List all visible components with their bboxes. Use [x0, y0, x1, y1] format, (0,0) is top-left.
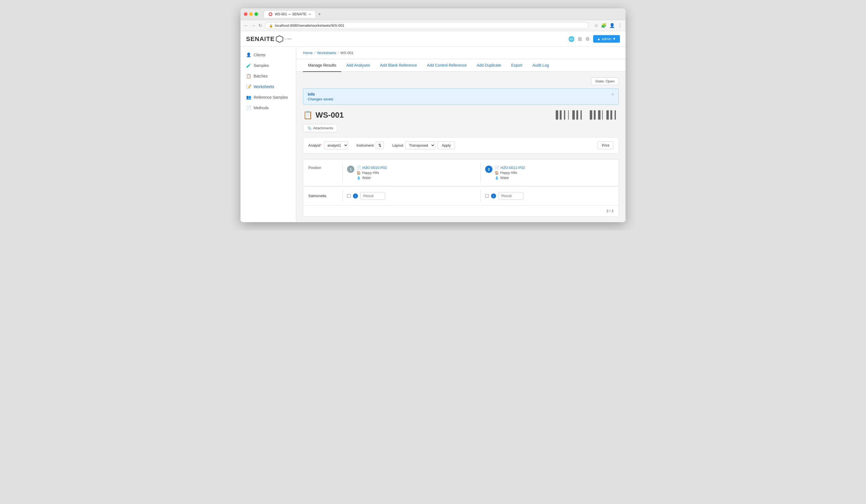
- sidebar-label-worksheets: Worksheets: [254, 84, 274, 89]
- form-row: Analyst* analyst1 Instrument ⇅ Layout Tr: [303, 137, 619, 153]
- sample-doc-icon-2: 📄: [495, 165, 499, 170]
- instrument-select[interactable]: ⇅: [376, 141, 384, 149]
- browser-titlebar: ⭕ WS-001 — SENAITE ✕ +: [241, 8, 625, 20]
- barcode1-icon[interactable]: ▌▍▎▏▌▍▎: [556, 111, 585, 119]
- star-icon[interactable]: ☆: [594, 23, 598, 28]
- reference-samples-icon: 👥: [246, 95, 251, 100]
- tab-favicon: ⭕: [268, 12, 273, 16]
- result-cell-2: i: [480, 190, 619, 202]
- info-icon-2[interactable]: i: [491, 193, 496, 198]
- attachments-button[interactable]: 📎 Attachments: [303, 124, 337, 132]
- sample-id-1: H2O-0010-P02: [363, 165, 387, 170]
- tab-manage-results[interactable]: Manage Results: [303, 59, 341, 72]
- info-icon-1[interactable]: i: [353, 193, 358, 198]
- sample-link-1[interactable]: 📄 H2O-0010-P02: [357, 165, 387, 170]
- result-input-1[interactable]: [360, 192, 385, 199]
- apply-button[interactable]: Apply: [437, 141, 455, 149]
- client-icon-1: 🏠: [357, 171, 361, 175]
- close-button[interactable]: [244, 12, 247, 16]
- admin-button[interactable]: ▲ admin ▼: [593, 35, 620, 43]
- tab-add-duplicate[interactable]: Add Duplicate: [472, 59, 506, 72]
- address-box[interactable]: 🔒 localhost:8080/senaite/worksheets/WS-0…: [265, 22, 589, 29]
- pin-icon: 📎: [307, 126, 312, 130]
- breadcrumb-worksheets[interactable]: Worksheets: [317, 51, 336, 55]
- app-layout: 👤 Clients 🧪 Samples 📋 Batches 📝 Workshee…: [241, 47, 625, 222]
- profile-icon[interactable]: 👤: [609, 23, 615, 28]
- sidebar-label-methods: Methods: [254, 106, 269, 110]
- tab-navigation: Manage Results Add Analyses Add Blank Re…: [296, 59, 625, 72]
- instrument-group: Instrument ⇅: [357, 141, 384, 149]
- tab-title: WS-001 — SENAITE: [275, 12, 306, 16]
- forward-button[interactable]: →: [251, 23, 256, 28]
- tab-export[interactable]: Export: [506, 59, 527, 72]
- grid-icon[interactable]: ⊞: [578, 36, 582, 42]
- sidebar-item-methods[interactable]: 📄 Methods: [241, 103, 296, 113]
- tab-add-blank-reference[interactable]: Add Blank Reference: [375, 59, 422, 72]
- print-button[interactable]: Print: [598, 141, 613, 149]
- state-badge: State: Open: [591, 78, 619, 85]
- samples-icon: 🧪: [246, 63, 251, 68]
- minimize-button[interactable]: [249, 12, 253, 16]
- menu-icon[interactable]: ⋮: [618, 23, 622, 28]
- tab-add-analyses[interactable]: Add Analyses: [341, 59, 375, 72]
- tab-bar: ⭕ WS-001 — SENAITE ✕ +: [264, 10, 622, 18]
- position-num-2: 2: [485, 165, 492, 173]
- logo-text: SENAITE: [246, 35, 275, 43]
- sidebar-item-worksheets[interactable]: 📝 Worksheets: [241, 81, 296, 92]
- sidebar-item-samples[interactable]: 🧪 Samples: [241, 60, 296, 71]
- result-cell-1: i: [342, 190, 480, 202]
- result-input-2[interactable]: [498, 192, 523, 199]
- attachments-label: Attachments: [313, 126, 333, 130]
- analyst-select[interactable]: analyst1: [324, 141, 348, 149]
- analyst-group: Analyst* analyst1: [308, 141, 348, 149]
- extension-icon[interactable]: 🧩: [601, 23, 607, 28]
- globe-icon[interactable]: 🌐: [568, 36, 575, 42]
- topbar-right: 🌐 ⊞ ⚙ ▲ admin ▼: [568, 35, 620, 43]
- sidebar-label-samples: Samples: [254, 63, 269, 68]
- maximize-button[interactable]: [254, 12, 258, 16]
- info-message: Changes saved.: [308, 97, 334, 101]
- svg-marker-0: [276, 36, 283, 42]
- settings-icon[interactable]: ⚙: [585, 36, 590, 42]
- info-close-button[interactable]: ×: [612, 92, 614, 97]
- sidebar-item-reference-samples[interactable]: 👥 Reference Samples: [241, 92, 296, 103]
- tab-add-control-reference[interactable]: Add Control Reference: [422, 59, 471, 72]
- breadcrumb: Home / Worksheets / WS-001: [296, 47, 625, 59]
- sample-type-detail-1: 💧 Water: [357, 176, 387, 180]
- layout-group: Layout Transposed Apply: [392, 141, 455, 149]
- result-checkbox-2[interactable]: [485, 194, 489, 198]
- sidebar: 👤 Clients 🧪 Samples 📋 Batches 📝 Workshee…: [241, 47, 296, 222]
- back-button[interactable]: ←: [244, 23, 248, 28]
- pagination: 2 / 2: [303, 205, 619, 216]
- info-title: Info: [308, 92, 334, 96]
- tab-audit-log[interactable]: Audit Log: [527, 59, 554, 72]
- batches-icon: 📋: [246, 73, 251, 79]
- new-tab-button[interactable]: +: [318, 12, 321, 17]
- sidebar-label-clients: Clients: [254, 53, 266, 57]
- position-num-1: 1: [347, 165, 354, 173]
- layout-select[interactable]: Transposed: [406, 141, 435, 149]
- breadcrumb-sep1: /: [314, 51, 315, 55]
- sidebar-item-batches[interactable]: 📋 Batches: [241, 71, 296, 81]
- breadcrumb-home[interactable]: Home: [303, 51, 313, 55]
- sidebar-label-reference-samples: Reference Samples: [254, 95, 288, 100]
- browser-window: ⭕ WS-001 — SENAITE ✕ + ← → ↻ 🔒 localhost…: [241, 8, 625, 222]
- logo-hex-icon: [276, 35, 284, 43]
- logo: SENAITE LIMS: [246, 35, 292, 43]
- refresh-button[interactable]: ↻: [258, 23, 262, 28]
- info-content: Info Changes saved.: [308, 92, 334, 101]
- methods-icon: 📄: [246, 105, 251, 111]
- browser-tab[interactable]: ⭕ WS-001 — SENAITE ✕: [264, 10, 316, 18]
- sample-link-2[interactable]: 📄 H2O-0011-P02: [495, 165, 525, 170]
- worksheet-header: 📋 WS-001 ▌▍▎▏▌▍▎ ▌▍▌▏▌▍▎: [303, 111, 619, 119]
- pagination-text: 2 / 2: [607, 209, 613, 213]
- barcode2-icon[interactable]: ▌▍▌▏▌▍▎: [590, 111, 619, 119]
- main-content: Home / Worksheets / WS-001 Manage Result…: [296, 47, 625, 222]
- browser-toolbar-right: ☆ 🧩 👤 ⋮: [594, 23, 622, 28]
- logo-lims: LIMS: [285, 38, 292, 40]
- position-label: Position: [303, 163, 342, 170]
- result-checkbox-1[interactable]: [347, 194, 351, 198]
- sidebar-item-clients[interactable]: 👤 Clients: [241, 50, 296, 60]
- tab-close-icon[interactable]: ✕: [309, 13, 311, 16]
- url-display: localhost:8080/senaite/worksheets/WS-001: [275, 23, 344, 27]
